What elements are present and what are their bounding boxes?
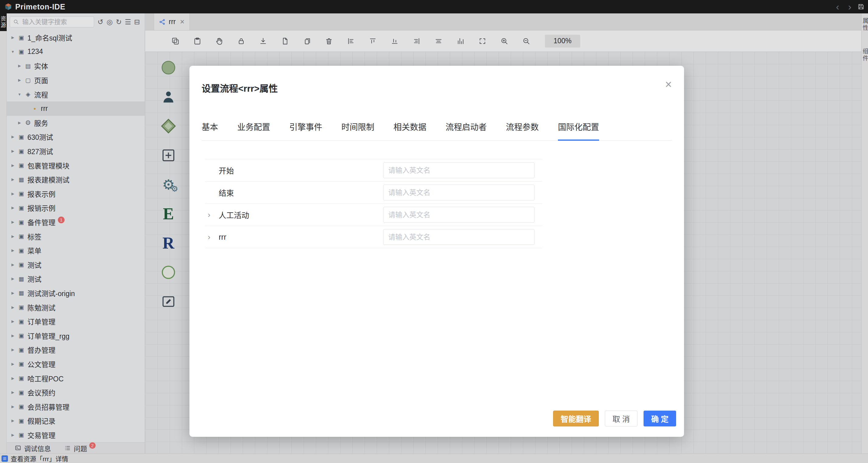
i18n-table-row: 开始 xyxy=(205,159,542,182)
english-name-input[interactable] xyxy=(383,162,534,178)
dialog-footer: 智能翻译 取 消 确 定 xyxy=(553,411,676,427)
english-name-input[interactable] xyxy=(383,207,534,223)
dialog-tab-业务配置[interactable]: 业务配置 xyxy=(237,121,270,141)
row-expand-icon[interactable]: › xyxy=(205,211,219,219)
dialog-close-icon[interactable]: × xyxy=(665,79,672,90)
row-label: 人工活动 xyxy=(219,209,383,220)
english-name-input[interactable] xyxy=(383,229,534,245)
row-label: rrr xyxy=(219,233,383,242)
dialog-tab-引擎事件[interactable]: 引擎事件 xyxy=(289,121,322,141)
dialog-title: 设置流程<rrr>属性 xyxy=(202,81,278,94)
english-name-input[interactable] xyxy=(383,185,534,200)
dialog-tab-基本[interactable]: 基本 xyxy=(202,121,218,141)
row-label: 开始 xyxy=(219,165,383,176)
i18n-table-row: ›rrr xyxy=(205,226,542,248)
dialog-tab-流程启动者[interactable]: 流程启动者 xyxy=(445,121,487,141)
row-label: 结束 xyxy=(219,187,383,198)
smart-translate-button[interactable]: 智能翻译 xyxy=(553,411,599,427)
dialog-tab-相关数据[interactable]: 相关数据 xyxy=(394,121,426,141)
dialog-tab-国际化配置[interactable]: 国际化配置 xyxy=(558,121,599,141)
cancel-button[interactable]: 取 消 xyxy=(605,411,638,427)
i18n-table-row: ›人工活动 xyxy=(205,204,542,226)
app-window: Primeton-IDE ‹ › 资源 ↺◎↻☰⊟ ▶▣1_命名sql测试▼▣1… xyxy=(0,0,868,463)
dialog-tabs: 基本业务配置引擎事件时间限制相关数据流程启动者流程参数国际化配置 xyxy=(202,121,672,141)
process-properties-dialog: 设置流程<rrr>属性 × 基本业务配置引擎事件时间限制相关数据流程启动者流程参… xyxy=(189,66,684,437)
dialog-tab-时间限制[interactable]: 时间限制 xyxy=(341,121,374,141)
row-expand-icon[interactable]: › xyxy=(205,233,219,241)
confirm-button[interactable]: 确 定 xyxy=(644,411,676,427)
i18n-table: 开始结束›人工活动›rrr xyxy=(205,159,542,248)
i18n-table-row: 结束 xyxy=(205,182,542,204)
dialog-tab-流程参数[interactable]: 流程参数 xyxy=(506,121,539,141)
